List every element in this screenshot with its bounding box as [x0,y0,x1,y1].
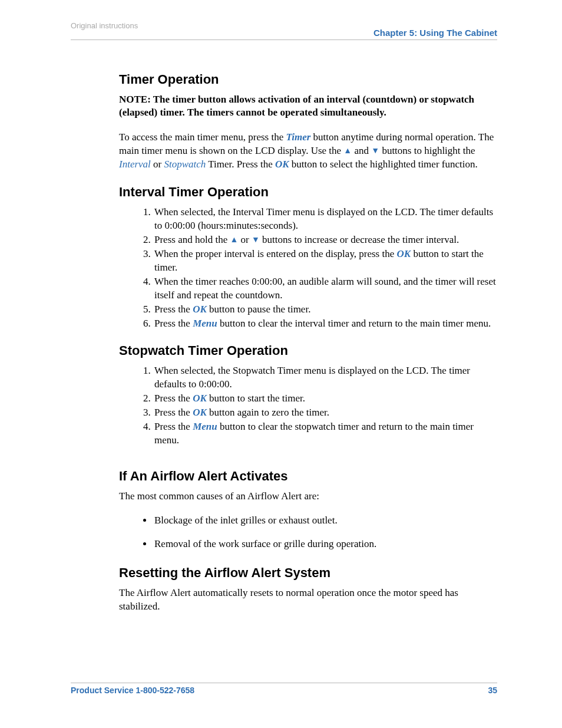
text: Press the [154,393,193,404]
footer-service: Product Service 1-800-522-7658 [71,686,194,695]
text: or [153,159,164,170]
ref-ok-button: OK [275,159,289,170]
ref-ok-button: OK [193,407,207,418]
note-timer: NOTE: The timer button allows activation… [119,93,497,119]
list-item: Press the Menu button to clear the inter… [153,317,497,331]
arrow-down-icon: ▼ [252,235,260,244]
arrow-up-icon: ▲ [343,146,352,155]
heading-interval-timer: Interval Timer Operation [119,185,497,200]
text: Press the [154,304,193,315]
text: button to start the timer. [209,393,305,404]
list-item: Press the Menu button to clear the stopw… [153,420,497,447]
list-item: When selected, the Interval Timer menu i… [153,206,497,233]
text: Press and hold the [154,234,230,245]
stopwatch-steps-list: When selected, the Stopwatch Timer menu … [119,364,497,447]
footer: Product Service 1-800-522-7658 35 [71,683,497,695]
text: When the proper interval is entered on t… [154,248,397,259]
heading-stopwatch-timer: Stopwatch Timer Operation [119,343,497,358]
ref-menu-button: Menu [193,318,217,329]
ref-menu-button: Menu [193,421,217,432]
ref-timer-button: Timer [286,131,310,143]
paragraph-airflow-intro: The most common causes of an Airflow Ale… [119,490,497,503]
list-item: Removal of the work surface or grille du… [153,536,497,552]
text: button to clear the interval timer and r… [220,318,491,329]
text: and [354,145,371,156]
text: buttons to increase or decrease the time… [262,234,459,245]
text: To access the main timer menu, press the [119,131,286,143]
chapter-title: Chapter 5: Using The Cabinet [71,28,497,40]
text: Press the [154,421,193,432]
content-area: Timer Operation NOTE: The timer button a… [119,72,497,614]
list-item: Press the OK button to start the timer. [153,392,497,406]
text: Press the [154,318,193,329]
paragraph-timer-access: To access the main timer menu, press the… [119,131,497,172]
list-item: When the proper interval is entered on t… [153,248,497,275]
list-item: Blockage of the inlet grilles or exhaust… [153,513,497,528]
heading-timer-operation: Timer Operation [119,72,497,87]
arrow-up-icon: ▲ [230,235,238,244]
footer-page-number: 35 [488,686,497,695]
paragraph-reset-airflow: The Airflow Alert automatically resets t… [119,587,497,614]
ref-ok-button: OK [397,248,411,259]
ref-ok-button: OK [193,304,207,315]
ref-stopwatch: Stopwatch [164,159,206,170]
text: or [241,234,252,245]
airflow-causes-list: Blockage of the inlet grilles or exhaust… [119,513,497,552]
arrow-down-icon: ▼ [371,146,379,155]
ref-ok-button: OK [193,393,207,404]
text: button to pause the timer. [209,304,310,315]
interval-steps-list: When selected, the Interval Timer menu i… [119,206,497,330]
heading-reset-airflow: Resetting the Airflow Alert System [119,565,497,581]
text: Press the [154,407,193,418]
heading-airflow-alert: If An Airflow Alert Activates [119,469,497,484]
text: button to select the highlighted timer f… [292,159,478,170]
text: button again to zero the timer. [209,407,329,418]
text: Timer. Press the [208,159,275,170]
text: buttons to highlight the [382,145,475,156]
ref-interval: Interval [119,159,151,170]
list-item: Press and hold the ▲ or ▼ buttons to inc… [153,233,497,247]
list-item: Press the OK button again to zero the ti… [153,406,497,420]
page: Original instructions Chapter 5: Using T… [0,0,562,728]
list-item: When selected, the Stopwatch Timer menu … [153,364,497,391]
list-item: When the timer reaches 0:00:00, an audib… [153,275,497,302]
list-item: Press the OK button to pause the timer. [153,303,497,317]
